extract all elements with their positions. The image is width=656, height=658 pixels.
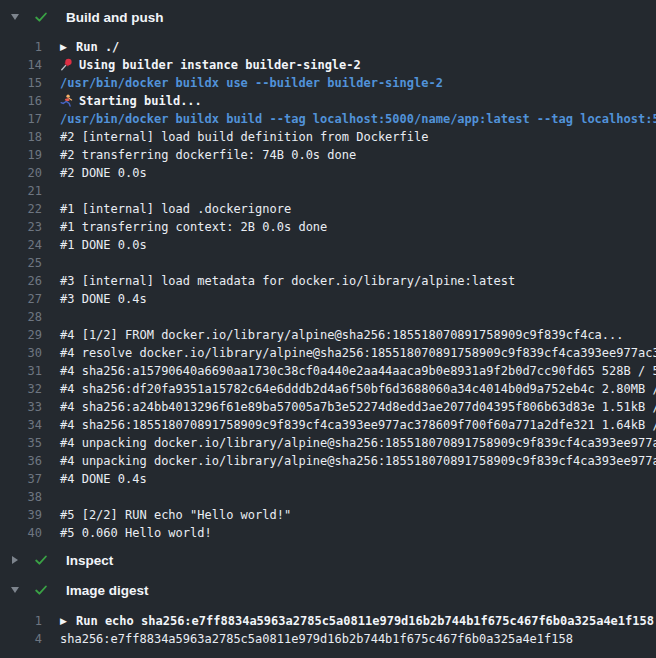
line-number[interactable]: 21 [0,182,47,200]
log-line: 21 [0,182,656,200]
line-text: #3 [internal] load metadata for docker.i… [60,272,515,290]
log-line: 28 [0,308,656,326]
section-header-inspect[interactable]: Inspect [0,546,656,574]
chevron-down-icon [10,587,20,593]
log-line: 31#4 sha256:a15790640a6690aa1730c38cf0a4… [0,362,656,380]
log-line: 20#2 DONE 0.0s [0,164,656,182]
runner-icon [60,94,73,107]
line-number[interactable]: 39 [0,506,47,524]
line-number[interactable]: 29 [0,326,47,344]
line-number[interactable]: 32 [0,380,47,398]
line-number[interactable]: 22 [0,200,47,218]
log-line: 37#4 DONE 0.4s [0,470,656,488]
line-text: #5 [2/2] RUN echo "Hello world!" [60,506,291,524]
line-number[interactable]: 15 [0,74,47,92]
line-text: #4 unpacking docker.io/library/alpine@sh… [60,434,656,452]
line-number[interactable]: 37 [0,470,47,488]
check-success-icon [34,10,48,24]
log-line: 40#5 0.060 Hello world! [0,524,656,542]
line-number[interactable]: 4 [0,630,47,648]
expand-group-icon[interactable]: ▶ [60,38,76,56]
line-text: #4 resolve docker.io/library/alpine@sha2… [60,344,656,362]
line-number[interactable]: 30 [0,344,47,362]
log-line: 15/usr/bin/docker buildx use --builder b… [0,74,656,92]
log-line: 32#4 sha256:df20fa9351a15782c64e6dddb2d4… [0,380,656,398]
line-text: #4 unpacking docker.io/library/alpine@sh… [60,452,656,470]
line-text: Using builder instance builder-single-2 [60,56,361,74]
line-text: #1 transferring context: 2B 0.0s done [60,218,327,236]
log-line: 4sha256:e7ff8834a5963a2785c5a0811e979d16… [0,630,656,648]
line-text: #5 0.060 Hello world! [60,524,212,542]
log-line: 23#1 transferring context: 2B 0.0s done [0,218,656,236]
log-lines-build-and-push: 1▶Run ./14Using builder instance builder… [0,31,656,546]
check-success-icon [34,553,48,567]
line-text: Starting build... [60,92,202,110]
line-text: #2 [internal] load build definition from… [60,128,428,146]
section-header-build-and-push[interactable]: Build and push [0,3,656,31]
line-number[interactable]: 33 [0,398,47,416]
line-text: #1 [internal] load .dockerignore [60,200,291,218]
line-number[interactable]: 27 [0,290,47,308]
line-text: #1 DONE 0.0s [60,236,147,254]
line-text: #2 DONE 0.0s [60,164,147,182]
line-number[interactable]: 23 [0,218,47,236]
line-number[interactable]: 17 [0,110,47,128]
line-number[interactable]: 36 [0,452,47,470]
line-text: #4 [1/2] FROM docker.io/library/alpine@s… [60,326,624,344]
line-number[interactable]: 31 [0,362,47,380]
log-line: 17/usr/bin/docker buildx build --tag loc… [0,110,656,128]
line-number[interactable]: 20 [0,164,47,182]
log-line: 27#3 DONE 0.4s [0,290,656,308]
log-line: 22#1 [internal] load .dockerignore [0,200,656,218]
log-line: 24#1 DONE 0.0s [0,236,656,254]
line-number[interactable]: 25 [0,254,47,272]
expand-group-icon[interactable]: ▶ [60,612,76,630]
log-line: 16Starting build... [0,92,656,110]
log-lines-image-digest: 1▶Run echo sha256:e7ff8834a5963a2785c5a0… [0,604,656,648]
line-number[interactable]: 38 [0,488,47,506]
line-number[interactable]: 1 [0,38,47,56]
section-title: Image digest [66,583,149,598]
check-success-icon [34,583,48,597]
section-inspect: Inspect [0,546,656,574]
section-title: Build and push [66,10,164,25]
pushpin-icon [60,58,73,71]
line-number[interactable]: 35 [0,434,47,452]
log-line: 1▶Run ./ [0,38,656,56]
line-number[interactable]: 16 [0,92,47,110]
log-line: 14Using builder instance builder-single-… [0,56,656,74]
log-line: 25 [0,254,656,272]
line-text: #4 DONE 0.4s [60,470,147,488]
log-line: 38 [0,488,656,506]
chevron-right-icon [10,556,20,564]
line-text: /usr/bin/docker buildx build --tag local… [60,110,656,128]
section-image-digest: Image digest 1▶Run echo sha256:e7ff8834a… [0,576,656,648]
section-title: Inspect [66,553,113,568]
log-line: 33#4 sha256:a24bb4013296f61e89ba57005a7b… [0,398,656,416]
line-number[interactable]: 26 [0,272,47,290]
log-line: 39#5 [2/2] RUN echo "Hello world!" [0,506,656,524]
line-number[interactable]: 1 [0,612,47,630]
line-number[interactable]: 14 [0,56,47,74]
section-header-image-digest[interactable]: Image digest [0,576,656,604]
line-text: #4 sha256:a24bb4013296f61e89ba57005a7b3e… [60,398,656,416]
line-text: ▶Run ./ [60,38,119,56]
log-line: 19#2 transferring dockerfile: 74B 0.0s d… [0,146,656,164]
log-line: 34#4 sha256:185518070891758909c9f839cf4c… [0,416,656,434]
line-text: #4 sha256:a15790640a6690aa1730c38cf0a440… [60,362,656,380]
log-line: 26#3 [internal] load metadata for docker… [0,272,656,290]
line-number[interactable]: 40 [0,524,47,542]
log-line: 18#2 [internal] load build definition fr… [0,128,656,146]
line-number[interactable]: 19 [0,146,47,164]
line-number[interactable]: 34 [0,416,47,434]
section-build-and-push: Build and push 1▶Run ./14Using builder i… [0,3,656,546]
line-number[interactable]: 28 [0,308,47,326]
line-number[interactable]: 24 [0,236,47,254]
line-text: /usr/bin/docker buildx use --builder bui… [60,74,443,92]
line-text: #4 sha256:185518070891758909c9f839cf4ca3… [60,416,656,434]
line-number[interactable]: 18 [0,128,47,146]
log-line: 36#4 unpacking docker.io/library/alpine@… [0,452,656,470]
line-text: ▶Run echo sha256:e7ff8834a5963a2785c5a08… [60,612,654,630]
log-line: 29#4 [1/2] FROM docker.io/library/alpine… [0,326,656,344]
line-text: sha256:e7ff8834a5963a2785c5a0811e979d16b… [60,630,573,648]
